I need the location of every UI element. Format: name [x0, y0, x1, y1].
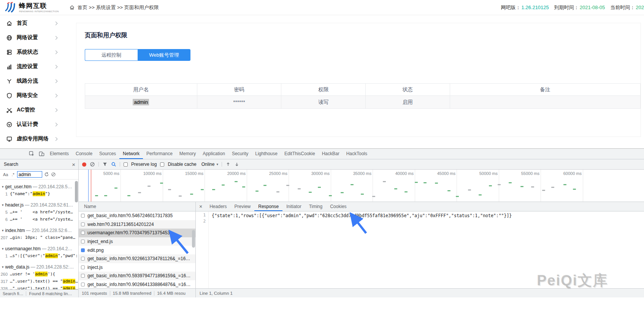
search-input[interactable]: [17, 171, 42, 178]
refresh-icon[interactable]: [44, 172, 49, 177]
sidebar-item-auth-billing[interactable]: 认证计费: [0, 117, 62, 132]
search-scrollbar-thumb[interactable]: [75, 181, 78, 202]
chevron-down-icon: ▾: [216, 162, 218, 166]
transferred-size: 15.8 MB transferred: [113, 291, 152, 296]
network-status-bar: 101 requests 15.8 MB transferred 16.4 MB…: [79, 288, 644, 297]
preserve-log-checkbox[interactable]: [124, 162, 128, 167]
match-pre: …".user").text() == ": [10, 286, 63, 289]
sidebar-item-home[interactable]: 首页: [0, 16, 62, 30]
disable-cache-checkbox[interactable]: [160, 162, 164, 167]
request-row[interactable]: get_basic_info.htm?0.9226613734781126&_=…: [79, 254, 195, 263]
request-row[interactable]: inject_end.js: [79, 237, 195, 246]
sidebar-item-ac-control[interactable]: AC管控: [0, 103, 62, 117]
response-viewer[interactable]: 1 2 {"state":1,"rows":[{"user":"admin","…: [196, 211, 644, 288]
search-match-line[interactable]: 5 …+= ' <a href="/syste…: [0, 208, 78, 216]
devtools-tab-console[interactable]: Console: [72, 149, 96, 159]
devtools-tab-memory[interactable]: Memory: [176, 149, 199, 159]
devtools-tab-editthiscookie[interactable]: EditThisCookie: [281, 149, 319, 159]
logo-text: 蜂网互联 FENGWANG INTERCONNECTION: [19, 3, 59, 13]
search-group-header[interactable]: ▾ header.js — 220.164.228.52:61…: [0, 201, 78, 208]
detail-tab-headers[interactable]: Headers: [206, 202, 230, 211]
search-match-line[interactable]: 207 …gin: 10px; " class="pane…: [0, 234, 78, 241]
record-icon[interactable]: [82, 162, 86, 167]
tab-web-account[interactable]: Web账号管理: [138, 49, 190, 61]
request-row[interactable]: inject.js: [79, 263, 195, 272]
request-row[interactable]: web.htm?0.28117136514201224: [79, 220, 195, 229]
devtools-tab-performance[interactable]: Performance: [143, 149, 176, 159]
document-file-icon: [81, 222, 85, 226]
import-har-icon[interactable]: [225, 162, 231, 167]
screen: 蜂网互联 FENGWANG INTERCONNECTION 首页 >> 系统设置…: [0, 0, 644, 321]
match-code: …".user").text() == "admin…: [10, 286, 78, 289]
match-code: …gin: 10px; " class="pane…: [10, 235, 75, 240]
breadcrumb[interactable]: 首页 >> 系统设置 >> 页面和用户权限: [69, 4, 159, 11]
result-separator: —: [33, 184, 37, 189]
line-number-gutter: 1 2: [196, 211, 209, 288]
sidebar-item-vpn[interactable]: 虚拟专用网络: [0, 132, 62, 146]
sidebar-item-network-settings[interactable]: 网络设置: [0, 30, 62, 45]
filter-icon[interactable]: [102, 162, 108, 167]
sidebar-item-flow-control[interactable]: 流控设置: [0, 59, 62, 74]
devtools-tab-sources[interactable]: Sources: [96, 149, 119, 159]
search-match-line[interactable]: 1 {"name":"admin"}: [0, 190, 78, 197]
devtools-tab-lighthouse[interactable]: Lighthouse: [252, 149, 281, 159]
sidebar-item-label: 首页: [17, 20, 27, 27]
cell-password: ******: [197, 96, 281, 109]
status-divider: [154, 291, 154, 296]
devtools-tab-application[interactable]: Application: [199, 149, 228, 159]
chevron-right-icon: [54, 137, 58, 141]
home-icon: [69, 5, 75, 10]
inspect-element-icon[interactable]: [27, 149, 36, 159]
search-match-line[interactable]: 1 …s":[{"user":"admin","pwd":"…: [0, 252, 78, 259]
current-time-label: 当前时间：: [610, 4, 635, 11]
devtools-tab-hacktools[interactable]: HackTools: [343, 149, 371, 159]
close-detail-icon[interactable]: ×: [196, 203, 206, 210]
throttling-value: Online: [201, 162, 215, 167]
export-har-icon[interactable]: [234, 162, 240, 167]
devtools-tab-elements[interactable]: Elements: [46, 149, 72, 159]
request-list-header[interactable]: Name: [79, 202, 195, 211]
match-line-number: 5: [0, 210, 10, 215]
network-toolbar: Preserve log Disable cache Online ▾: [79, 159, 644, 170]
search-match-line[interactable]: 260 …user != 'admin'){: [0, 270, 78, 278]
detail-tab-preview[interactable]: Preview: [231, 202, 255, 211]
username-value[interactable]: admin: [133, 99, 149, 105]
result-file-url: 220.164.228.52:61…: [30, 202, 73, 208]
clear-log-icon[interactable]: [90, 162, 95, 167]
request-row-selected[interactable]: usermanager.htm?0.7703479571375453: [79, 229, 195, 237]
clear-search-icon[interactable]: [51, 172, 56, 177]
request-row[interactable]: edit.png: [79, 246, 195, 254]
search-match-line[interactable]: 317 …".user").text() == "admin…: [0, 278, 78, 285]
search-match-line[interactable]: 328 …".user").text() == "admin…: [0, 285, 78, 289]
detail-tab-initiator[interactable]: Initiator: [282, 202, 305, 211]
license-info: 网吧版： 1.26.210125 到期时间： 2021-08-05 当前时间： …: [501, 4, 644, 11]
network-timeline-overview[interactable]: 5000 ms 10000 ms 15000 ms 20000 ms 25000…: [79, 170, 644, 202]
close-icon[interactable]: ×: [72, 162, 75, 167]
search-group-header[interactable]: ▾ get_user.htm — 220.164.228.5…: [0, 183, 78, 190]
request-row[interactable]: get_basic_info.htm?0.5467246017317835: [79, 211, 195, 220]
toggle-device-toolbar-icon[interactable]: [36, 149, 46, 159]
regex-toggle[interactable]: .*: [11, 172, 15, 177]
detail-tab-response[interactable]: Response: [254, 202, 282, 211]
throttling-select[interactable]: Online ▾: [201, 162, 218, 167]
devtools-tab-hackbar[interactable]: HackBar: [319, 149, 343, 159]
tree-expanded-icon: ▾: [2, 229, 4, 232]
search-group-header[interactable]: ▾ usermanager.htm — 220.164.2…: [0, 245, 78, 252]
search-match-line[interactable]: 6 …+= ' <a href="/syste…: [0, 216, 78, 223]
search-group-header[interactable]: ▾ web_data.js — 220.164.228.52:…: [0, 263, 78, 270]
match-case-toggle[interactable]: Aa: [2, 172, 9, 177]
request-row[interactable]: get_basic_info.htm?0.5939794771896159&_=…: [79, 272, 195, 280]
request-row[interactable]: get_basic_info.htm?0.9026641338864876&_=…: [79, 280, 195, 288]
sidebar-item-system-status[interactable]: 系统状态: [0, 45, 62, 59]
detail-tab-timing[interactable]: Timing: [305, 202, 327, 211]
match-line-number: 328: [0, 286, 10, 290]
search-icon[interactable]: [111, 162, 116, 167]
devtools-tab-network[interactable]: Network: [119, 149, 143, 159]
sidebar-item-line-split[interactable]: 线路分流: [0, 74, 62, 88]
tab-remote-control[interactable]: 远程控制: [85, 49, 138, 61]
devtools-tab-security[interactable]: Security: [228, 149, 252, 159]
request-list-scrollbar-thumb[interactable]: [192, 230, 195, 248]
sidebar-item-network-security[interactable]: 网络安全: [0, 88, 62, 103]
detail-tab-cookies[interactable]: Cookies: [326, 202, 350, 211]
search-group-header[interactable]: ▾ index.htm — 220.164.228.52:6…: [0, 227, 78, 234]
